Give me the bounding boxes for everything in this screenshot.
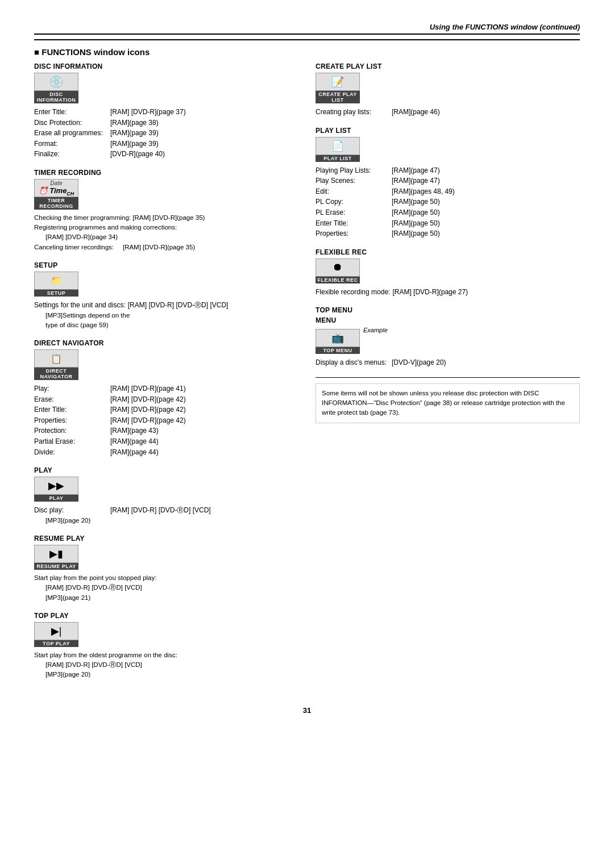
create-play-list-info: Creating play lists: [RAM](page 46) — [316, 107, 580, 118]
cpl-row-1: Creating play lists: [RAM](page 46) — [316, 107, 580, 118]
menu-subtitle: MENU — [316, 316, 580, 324]
pl-row-2: Play Scenes: [RAM](page 47) — [316, 176, 580, 186]
play-list-icon: 📄 — [316, 137, 360, 155]
play-icon-label: PLAY — [34, 495, 78, 502]
main-title: FUNCTIONS window icons — [34, 47, 580, 57]
setup-row-2: [MP3]Settings depend on the — [34, 311, 298, 320]
resume-play-icon-label: RESUME PLAY — [34, 563, 78, 570]
play-title: PLAY — [34, 466, 298, 474]
resume-play-icon-area: ▶▮ RESUME PLAY — [34, 545, 298, 570]
setup-label-1: Settings for the unit and discs: — [34, 300, 126, 311]
disc-info-row-3: Erase all programmes: [RAM](page 39) — [34, 128, 298, 139]
dn-row-3: Enter Title: [RAM] [DVD-R](page 42) — [34, 404, 298, 415]
dn-row-6: Partial Erase: [RAM](page 44) — [34, 436, 298, 447]
disc-info-label-3: Erase all programmes: — [34, 128, 108, 139]
header-title: Using the FUNCTIONS window (continued) — [430, 23, 580, 31]
top-play-section: TOP PLAY ▶| TOP PLAY Start play from the… — [34, 612, 298, 680]
direct-navigator-icon-area: 📋 DIRECT NAVIGATOR — [34, 349, 298, 380]
setup-section: SETUP 📁 SETUP Settings for the unit and … — [34, 261, 298, 330]
timer-recording-info: Checking the timer programming: [RAM] [D… — [34, 213, 298, 252]
tm-row-1: Display a disc's menus: [DVD-V](page 20) — [316, 357, 580, 368]
timer-recording-line-2: Registering programmes and making correc… — [34, 223, 298, 232]
disc-info-value-3: [RAM](page 39) — [110, 128, 159, 139]
flexible-rec-icon: ⏺ — [316, 258, 360, 277]
disc-info-value-5: [DVD-R](page 40) — [110, 149, 165, 160]
pl-row-5: PL Erase: [RAM](page 50) — [316, 207, 580, 218]
two-column-layout: DISC INFORMATION 💿 DISC INFORMATION Ente… — [34, 62, 580, 689]
direct-navigator-section: DIRECT NAVIGATOR 📋 DIRECT NAVIGATOR Play… — [34, 339, 298, 457]
dn-row-2: Erase: [RAM] [DVD-R](page 42) — [34, 394, 298, 405]
setup-title: SETUP — [34, 261, 298, 269]
timer-recording-icon-label: TIMER RECORDING — [34, 197, 78, 210]
pl-row-7: Properties: [RAM](page 50) — [316, 228, 580, 239]
top-play-icon-area: ▶| TOP PLAY — [34, 622, 298, 647]
timer-recording-icon: Date ⏰ TimeCH — [34, 179, 78, 197]
play-row-1: Disc play: [RAM] [DVD-R] [DVD-ⓇD] [VCD] — [34, 505, 298, 516]
create-play-list-icon: 📝 — [316, 73, 360, 91]
setup-row-3: type of disc (page 59) — [34, 320, 298, 330]
flexible-rec-icon-area: ⏺ FLEXIBLE REC — [316, 258, 580, 283]
disc-info-row-4: Format: [RAM](page 39) — [34, 139, 298, 149]
note-text: Some items will not be shown unless you … — [322, 390, 565, 416]
top-menu-label-block: TOP MENU MENU — [316, 306, 580, 324]
direct-navigator-title: DIRECT NAVIGATOR — [34, 339, 298, 347]
resume-play-line-1: Start play from the point you stopped pl… — [34, 573, 298, 583]
pl-row-1: Playing Play Lists: [RAM](page 47) — [316, 165, 580, 176]
play-list-icon-label: PLAY LIST — [316, 155, 360, 162]
resume-play-title: RESUME PLAY — [34, 535, 298, 542]
play-list-icon-area: 📄 PLAY LIST — [316, 137, 580, 162]
setup-icon-area: 📁 SETUP — [34, 272, 298, 297]
disc-info-label-4: Format: — [34, 139, 108, 149]
timer-recording-line-4: Canceling timer recordings: [RAM] [DVD-R… — [34, 243, 298, 252]
timer-recording-line-1: Checking the timer programming: [RAM] [D… — [34, 213, 298, 223]
play-icon-area: ▶▶ PLAY — [34, 477, 298, 502]
setup-value-1: [RAM] [DVD-R] [DVD-ⓇD] [VCD] — [128, 300, 229, 311]
top-play-title: TOP PLAY — [34, 612, 298, 620]
flexible-rec-info: Flexible recording mode: [RAM] [DVD-R](p… — [316, 287, 580, 298]
disc-info-label-2: Disc Protection: — [34, 118, 108, 128]
disc-info-value-1: [RAM] [DVD-R](page 37) — [110, 107, 186, 118]
disc-info-table: Enter Title: [RAM] [DVD-R](page 37) Disc… — [34, 107, 298, 160]
create-play-list-section: CREATE PLAY LIST 📝 CREATE PLAY LIST Crea… — [316, 62, 580, 118]
play-row-2: [MP3](page 20) — [34, 516, 298, 525]
disc-information-section: DISC INFORMATION 💿 DISC INFORMATION Ente… — [34, 62, 298, 160]
disc-info-title: DISC INFORMATION — [34, 62, 298, 70]
fr-row-1: Flexible recording mode: [RAM] [DVD-R](p… — [316, 287, 580, 298]
timer-recording-icon-area: Date ⏰ TimeCH TIMER RECORDING — [34, 179, 298, 210]
disc-info-value-2: [RAM](page 38) — [110, 118, 159, 128]
play-list-title: PLAY LIST — [316, 127, 580, 135]
setup-info: Settings for the unit and discs: [RAM] [… — [34, 300, 298, 330]
top-menu-icon-area: 📺 TOP MENU Example — [316, 327, 580, 357]
play-section: PLAY ▶▶ PLAY Disc play: [RAM] [DVD-R] [D… — [34, 466, 298, 525]
timer-recording-section: TIMER RECORDING Date ⏰ TimeCH TIMER RECO… — [34, 169, 298, 252]
setup-icon-label: SETUP — [34, 290, 78, 297]
flexible-rec-section: FLEXIBLE REC ⏺ FLEXIBLE REC Flexible rec… — [316, 248, 580, 298]
top-menu-title: TOP MENU — [316, 306, 580, 314]
flexible-rec-title: FLEXIBLE REC — [316, 248, 580, 256]
top-play-icon: ▶| — [34, 622, 78, 640]
disc-info-icon: 💿 — [34, 73, 78, 91]
top-menu-section: TOP MENU MENU 📺 TOP MENU Example Display… — [316, 306, 580, 368]
resume-play-info: Start play from the point you stopped pl… — [34, 573, 298, 603]
flexible-rec-icon-label: FLEXIBLE REC — [316, 277, 360, 283]
dn-row-4: Properties: [RAM] [DVD-R](page 42) — [34, 415, 298, 426]
play-list-section: PLAY LIST 📄 PLAY LIST Playing Play Lists… — [316, 127, 580, 239]
pl-row-6: Enter Title: [RAM](page 50) — [316, 218, 580, 229]
create-play-list-title: CREATE PLAY LIST — [316, 62, 580, 70]
right-column: CREATE PLAY LIST 📝 CREATE PLAY LIST Crea… — [316, 62, 580, 689]
play-info: Disc play: [RAM] [DVD-R] [DVD-ⓇD] [VCD] … — [34, 505, 298, 525]
top-menu-example: Example — [363, 327, 388, 333]
top-play-line-3: [MP3](page 20) — [34, 670, 298, 679]
disc-info-icon-label: DISC INFORMATION — [34, 91, 78, 103]
create-play-list-icon-area: 📝 CREATE PLAY LIST — [316, 73, 580, 103]
top-menu-icon: 📺 — [316, 329, 360, 347]
page-number: 31 — [34, 706, 580, 715]
top-menu-icon-wrap: 📺 TOP MENU — [316, 329, 360, 354]
disc-info-row-5: Finalize: [DVD-R](page 40) — [34, 149, 298, 160]
timer-recording-title: TIMER RECORDING — [34, 169, 298, 177]
disc-info-label-1: Enter Title: — [34, 107, 108, 118]
note-box: Some items will not be shown unless you … — [316, 383, 580, 423]
dn-row-1: Play: [RAM] [DVD-R](page 41) — [34, 383, 298, 394]
divider — [316, 377, 580, 378]
disc-info-label-5: Finalize: — [34, 149, 108, 160]
